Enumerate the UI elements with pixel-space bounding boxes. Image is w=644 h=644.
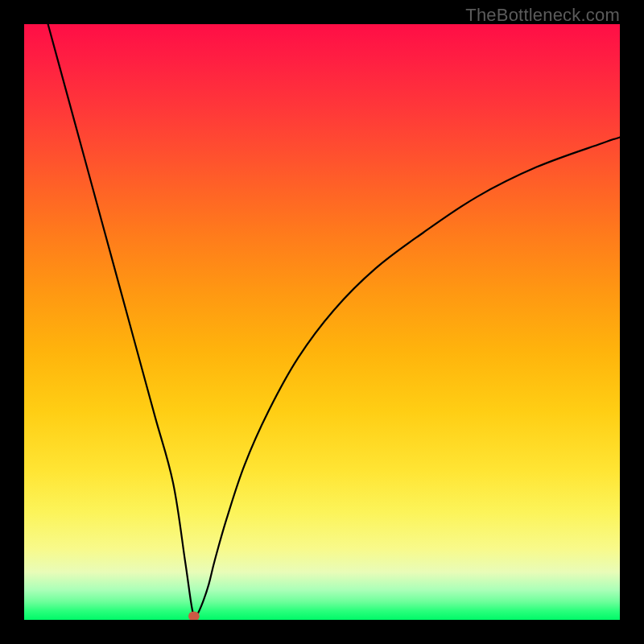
bottleneck-line — [48, 24, 620, 617]
bottleneck-curve — [24, 24, 620, 620]
watermark-text: TheBottleneck.com — [465, 5, 620, 26]
plot-area — [24, 24, 620, 620]
chart-frame: TheBottleneck.com — [0, 0, 644, 644]
